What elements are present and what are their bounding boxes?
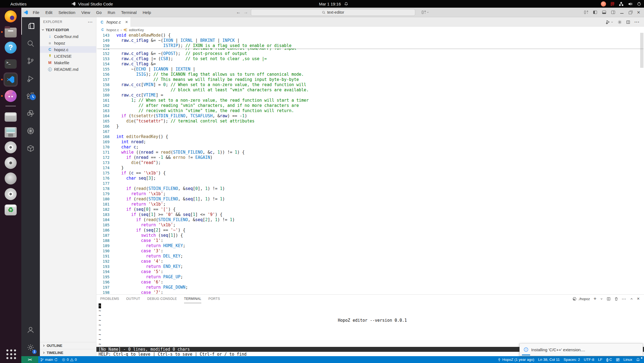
power-icon[interactable] xyxy=(637,2,641,6)
code-line[interactable]: 167 xyxy=(96,129,644,134)
code-line[interactable]: 172 if (nread == -1 && errno != EAGAIN) xyxy=(96,155,644,160)
cat-tray-icon[interactable] xyxy=(601,1,606,7)
menu-terminal[interactable]: Terminal xyxy=(118,10,140,15)
maximize-panel-icon[interactable] xyxy=(630,297,633,301)
panel-tab-debug-console[interactable]: DEBUG CONSOLE xyxy=(147,295,177,303)
close-panel-icon[interactable]: × xyxy=(637,296,640,301)
dock-disc2-icon[interactable] xyxy=(4,188,18,200)
code-line[interactable]: 173 die("read"); xyxy=(96,160,644,165)
more-actions-icon[interactable]: ··· xyxy=(634,20,640,25)
dock-firefox-icon[interactable] xyxy=(4,10,18,23)
code-line[interactable]: 191 return DEL_KEY; xyxy=(96,254,644,259)
layout-dropdown-icon[interactable] xyxy=(422,11,429,14)
editor-scrollbar[interactable] xyxy=(640,33,643,68)
code-line[interactable]: 175 if (c == '\x1b') { xyxy=(96,171,644,176)
code-line[interactable]: 189 return HOME_KEY; xyxy=(96,243,644,248)
code-line[interactable]: 190 case '3': xyxy=(96,248,644,254)
activity-settings-icon[interactable]: 1 xyxy=(21,339,40,356)
toggle-panel-icon[interactable] xyxy=(602,11,606,14)
code-line[interactable]: 153 raw.c_cflag |= (CS8); // to set not … xyxy=(96,56,644,62)
panel-tab-terminal[interactable]: TERMINAL xyxy=(184,295,201,303)
terminal[interactable]: ~~~~ HopoZ editor --version 0.0.1~~~~~ xyxy=(96,303,644,347)
code-line[interactable]: 165 die("tcsetattr"); // terminal contro… xyxy=(96,119,644,124)
folder-section-text-editor[interactable]: TEXT-EDITOR xyxy=(40,27,96,33)
code-line[interactable]: 179 return '\x1b'; xyxy=(96,191,644,197)
activity-source-control-icon[interactable] xyxy=(21,52,40,70)
terminal-process-item[interactable]: ./hopoz xyxy=(572,297,590,301)
panel-tab-problems[interactable]: PROBLEMS xyxy=(100,295,119,303)
menu-selection[interactable]: Selection xyxy=(55,10,78,15)
outline-section[interactable]: OUTLINE xyxy=(40,342,96,349)
dock-app-grid-icon[interactable] xyxy=(4,347,18,360)
code-line[interactable]: 152 raw.c_oflag &= ~(OPOST); // post-pro… xyxy=(96,51,644,56)
os-item[interactable]: Linux xyxy=(622,358,634,362)
commit-info-item[interactable]: HopoZ (1 year ago) xyxy=(495,358,536,362)
code-line[interactable]: 176 char seq[3]; xyxy=(96,176,644,181)
code-line[interactable]: 178 if (read(STDIN_FILENO, &seq[0], 1) !… xyxy=(96,186,644,191)
split-editor-icon[interactable] xyxy=(626,20,630,24)
nav-forward-icon[interactable]: → xyxy=(244,10,248,15)
code-line[interactable]: 182 if (seq[0] == '[') { xyxy=(96,207,644,212)
menu-run[interactable]: Run xyxy=(105,10,118,15)
activity-account-icon[interactable] xyxy=(21,321,40,339)
activity-explorer-icon[interactable] xyxy=(21,17,40,35)
code-line[interactable]: 197 return PAGE_DOWN; xyxy=(96,285,644,290)
code-line[interactable]: 187 switch (seq[1]) { xyxy=(96,233,644,238)
file-item-readme-md[interactable]: iREADME.md xyxy=(40,66,96,72)
dock-sphere-icon[interactable] xyxy=(4,157,18,169)
activity-search-icon[interactable] xyxy=(21,35,40,52)
dock-help-icon[interactable]: ? xyxy=(4,41,18,54)
toggle-secondary-sidebar-icon[interactable] xyxy=(611,11,615,14)
notification-toast[interactable]: Installing 'C/C++' extension.... xyxy=(519,343,643,356)
activity-kubernetes-icon[interactable] xyxy=(21,122,40,140)
panel-more-icon[interactable]: ··· xyxy=(622,297,626,301)
eol-item[interactable]: LF xyxy=(596,358,604,362)
code-line[interactable]: 181 return '\x1b'; xyxy=(96,202,644,207)
dock-file-manager-icon[interactable] xyxy=(4,26,18,38)
code-line[interactable]: 150 ISTRIP); // IXON is a flag used to e… xyxy=(96,43,644,48)
code-line[interactable]: 143void enableRawMode() { xyxy=(96,33,644,38)
minimize-icon[interactable] xyxy=(620,13,624,14)
cursor-position-item[interactable]: Ln 38, Col 11 xyxy=(536,358,562,362)
dock-disc-icon[interactable] xyxy=(4,141,18,154)
code-line[interactable]: 161 1; // When set to a non-zero value, … xyxy=(96,98,644,103)
breadcrumb-symbol[interactable]: editorKey xyxy=(129,28,144,32)
code-line[interactable]: 157 // This means we will finally be rea… xyxy=(96,77,644,82)
code-line[interactable]: 160 raw.c_cc[VTIME] = xyxy=(96,93,644,98)
encoding-item[interactable]: UTF-8 xyxy=(582,358,596,362)
customize-layout-icon[interactable] xyxy=(584,11,588,14)
activities-button[interactable]: Activities xyxy=(7,2,30,6)
code-line[interactable]: 158 raw.c_cc[VMIN] = 0; // When set to a… xyxy=(96,82,644,87)
code-line[interactable]: 163 // received within "vtime" time, the… xyxy=(96,108,644,113)
run-debug-icon[interactable] xyxy=(605,20,613,24)
panel-tab-output[interactable]: OUTPUT xyxy=(126,295,140,303)
branch-item[interactable]: main xyxy=(38,358,60,362)
file-item-codetour-md[interactable]: ↓CodeTour.md xyxy=(40,33,96,40)
tab-hopoz-c[interactable]: C hopoz.c × xyxy=(96,17,131,27)
file-item-hopoz[interactable]: ≡hopoz xyxy=(40,40,96,46)
toggle-sidebar-icon[interactable] xyxy=(593,11,597,14)
terminal-dropdown-icon[interactable] xyxy=(600,297,603,300)
restore-icon[interactable] xyxy=(629,11,632,14)
remote-indicator[interactable]: >< xyxy=(21,356,38,363)
dock-trash-icon[interactable]: ♻ xyxy=(4,203,18,216)
nav-back-icon[interactable]: ← xyxy=(236,10,241,15)
code-line[interactable]: 188 case '1': xyxy=(96,238,644,243)
dock-vscode-icon[interactable] xyxy=(4,72,18,87)
menu-view[interactable]: View xyxy=(78,10,93,15)
activity-python-icon[interactable] xyxy=(21,105,40,122)
split-terminal-icon[interactable] xyxy=(607,297,611,301)
code-line[interactable]: 195 return PAGE_UP; xyxy=(96,274,644,280)
code-line[interactable]: 180 if (read(STDIN_FILENO, &seq[1], 1) !… xyxy=(96,197,644,202)
activity-extensions-icon[interactable] xyxy=(21,87,40,105)
kill-terminal-icon[interactable] xyxy=(614,297,618,301)
code-line[interactable]: 171 while ((nread = read(STDIN_FILENO, &… xyxy=(96,150,644,155)
input-method-indicator[interactable]: 拼 xyxy=(610,1,615,7)
close-tab-icon[interactable]: × xyxy=(125,19,128,25)
activity-container-icon[interactable] xyxy=(21,140,40,157)
dock-cat-app-icon[interactable] xyxy=(4,90,18,102)
code-line[interactable]: 183 if (seq[1] >= '0' && seq[1] <= '9') … xyxy=(96,212,644,217)
dock-archive-box-icon[interactable] xyxy=(4,110,18,122)
indentation-item[interactable]: Spaces: 2 xyxy=(562,358,582,362)
volume-icon[interactable] xyxy=(628,2,633,6)
